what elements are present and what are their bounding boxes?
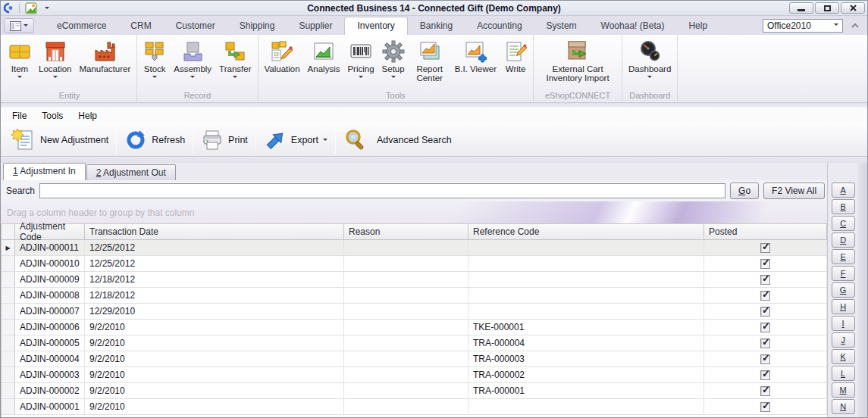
posted-checkbox[interactable]: ✓ (760, 386, 770, 396)
menu-help[interactable]: Help (71, 109, 104, 123)
quick-access-dropdown-icon[interactable] (45, 7, 49, 11)
alpha-button-c[interactable]: C (832, 216, 855, 231)
table-row[interactable]: ADJIN-000001 9/2/2010 ✓ (2, 399, 827, 415)
group-by-band[interactable]: Drag a column header to group by that co… (1, 201, 827, 224)
ribbon-tab-woohaa[interactable]: Woohaa! (Beta) (589, 17, 677, 35)
chevron-up-icon (851, 22, 860, 30)
search-label: Search (6, 186, 35, 196)
valuation-button[interactable]: Valuation (261, 37, 304, 73)
analysis-button[interactable]: Analysis (304, 37, 344, 73)
setup-button[interactable]: Setup (378, 37, 409, 80)
transfer-button[interactable]: Transfer (215, 37, 255, 80)
assembly-button[interactable]: Assembly (170, 37, 215, 80)
ribbon-tab-customer[interactable]: Customer (164, 17, 227, 35)
alpha-button-g[interactable]: G (832, 282, 855, 298)
alpha-button-d[interactable]: D (832, 232, 855, 248)
posted-checkbox[interactable]: ✓ (760, 354, 770, 364)
alpha-button-h[interactable]: H (832, 299, 855, 314)
item-dropdown-icon (17, 76, 22, 80)
column-header-posted[interactable]: Posted (704, 224, 827, 239)
manufacturer-button[interactable]: Manufacturer (75, 37, 134, 73)
table-row[interactable]: ADJIN-000009 12/18/2012 ✓ (2, 272, 827, 288)
maximize-button[interactable] (815, 2, 839, 14)
ribbon-tab-ecommerce[interactable]: eCommerce (45, 17, 118, 35)
table-row[interactable]: ▶ ADJIN-000011 12/25/2012 ✓ (2, 240, 827, 256)
posted-checkbox[interactable]: ✓ (760, 323, 770, 332)
alpha-button-j[interactable]: J (832, 332, 855, 348)
go-button[interactable]: Go (730, 182, 759, 199)
location-button[interactable]: Location (35, 37, 75, 80)
column-header-transaction-date[interactable]: Transaction Date (85, 224, 344, 239)
ribbon-tab-accounting[interactable]: Accounting (465, 17, 534, 35)
tab-adjustment-in[interactable]: 1 Adjustment In (3, 163, 86, 180)
f2-view-all-button[interactable]: F2 View All (763, 182, 825, 199)
menu-tools[interactable]: Tools (35, 109, 70, 123)
alpha-button-n[interactable]: N (832, 399, 855, 414)
stock-button[interactable]: Stock (139, 37, 170, 80)
ribbon-tab-help[interactable]: Help (676, 17, 719, 35)
alpha-button-k[interactable]: K (832, 349, 855, 364)
titlebar: Connected Business 14 - Connected Gift (… (1, 1, 867, 16)
ribbon-group-record: Stock Assembly Transfer Record (137, 35, 258, 102)
alpha-button-b[interactable]: B (832, 199, 855, 214)
posted-checkbox[interactable]: ✓ (760, 307, 770, 317)
alpha-button-l[interactable]: L (832, 366, 855, 381)
table-row[interactable]: ADJIN-000002 9/2/2010 TRA-000001 ✓ (2, 383, 827, 399)
refresh-button[interactable]: Refresh (117, 126, 193, 154)
table-row[interactable]: ADJIN-000003 9/2/2010 TRA-000002 ✓ (2, 367, 827, 383)
print-button[interactable]: Print (193, 126, 255, 154)
dashboard-dropdown-icon (647, 76, 652, 80)
table-row[interactable]: ADJIN-000004 9/2/2010 TRA-000003 ✓ (2, 351, 827, 367)
ribbon-group-tools: Valuation Analysis Pricing Setup (259, 35, 534, 102)
ribbon-tab-shipping[interactable]: Shipping (227, 17, 287, 35)
ribbon-tab-system[interactable]: System (534, 17, 589, 35)
posted-checkbox[interactable]: ✓ (760, 291, 770, 301)
pricing-button[interactable]: Pricing (343, 37, 378, 80)
posted-checkbox[interactable]: ✓ (760, 370, 770, 380)
posted-checkbox[interactable]: ✓ (760, 259, 770, 269)
collapse-ribbon-button[interactable] (848, 19, 863, 33)
external-cart-inventory-import-button[interactable]: External Cart Inventory Import (536, 37, 619, 83)
menu-file[interactable]: File (5, 109, 33, 123)
ribbon-tab-supplier[interactable]: Supplier (287, 17, 344, 35)
advanced-search-icon (343, 128, 368, 152)
posted-checkbox[interactable]: ✓ (760, 275, 770, 285)
column-header-reference-code[interactable]: Reference Code (468, 224, 704, 239)
export-button[interactable]: Export (256, 126, 335, 154)
table-row[interactable]: ADJIN-000005 9/2/2010 TRA-000004 ✓ (2, 335, 827, 351)
posted-checkbox[interactable]: ✓ (760, 338, 770, 348)
alpha-button-a[interactable]: A (832, 182, 855, 198)
new-adjustment-button[interactable]: New Adjustment (4, 125, 116, 155)
table-row[interactable]: ADJIN-000010 12/25/2012 ✓ (2, 256, 827, 272)
column-header-reason[interactable]: Reason (344, 224, 468, 239)
alpha-button-e[interactable]: E (832, 249, 855, 264)
table-row[interactable]: ADJIN-000008 12/18/2012 ✓ (2, 288, 827, 304)
column-header-adjustment-code[interactable]: Adjustment Code (15, 224, 85, 239)
advanced-search-button[interactable]: Advanced Search (336, 125, 459, 155)
minimize-button[interactable] (789, 2, 813, 14)
quick-access-image-icon[interactable] (25, 2, 37, 14)
write-button[interactable]: Write (500, 37, 531, 73)
bi-viewer-button[interactable]: B.I. Viewer (451, 37, 500, 73)
posted-checkbox[interactable]: ✓ (760, 402, 770, 412)
posted-checkbox[interactable]: ✓ (760, 243, 770, 253)
ribbon-tab-crm[interactable]: CRM (118, 17, 163, 35)
dashboard-button[interactable]: Dashboard (625, 37, 675, 80)
alpha-button-i[interactable]: I (832, 316, 855, 331)
report-center-button[interactable]: Report Center (409, 37, 451, 83)
tab-adjustment-out[interactable]: 2 Adjustment Out (86, 164, 176, 180)
assembly-icon (181, 39, 204, 64)
manufacturer-icon (93, 39, 116, 64)
ribbon-tab-banking[interactable]: Banking (408, 17, 465, 35)
application-menu-button[interactable] (4, 18, 34, 33)
alpha-button-m[interactable]: M (832, 382, 855, 398)
search-input[interactable] (39, 183, 725, 198)
view-tabs: 1 Adjustment In 2 Adjustment Out (1, 163, 827, 180)
table-row[interactable]: ADJIN-000007 12/29/2010 ✓ (2, 304, 827, 320)
table-row[interactable]: ADJIN-000006 9/2/2010 TKE-000001 ✓ (2, 320, 827, 335)
item-button[interactable]: Item (5, 37, 35, 80)
theme-select[interactable]: Office2010 (763, 19, 843, 33)
alpha-button-f[interactable]: F (832, 266, 855, 281)
close-button[interactable] (841, 2, 865, 14)
ribbon-tab-inventory[interactable]: Inventory (344, 17, 407, 35)
